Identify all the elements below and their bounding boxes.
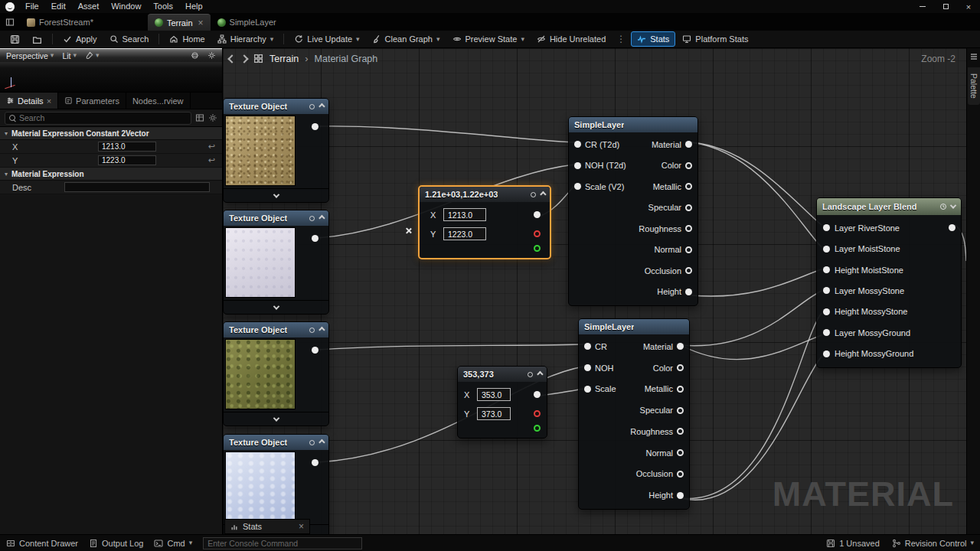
- preview-mesh-button[interactable]: [188, 50, 202, 62]
- tab-close-icon[interactable]: ×: [47, 96, 51, 106]
- settings-gear-icon[interactable]: [208, 113, 217, 122]
- search-field[interactable]: [5, 112, 191, 125]
- texture-object-node-1[interactable]: Texture Object: [223, 98, 329, 203]
- hide-unrelated-button[interactable]: Hide Unrelated: [531, 31, 611, 47]
- close-button[interactable]: ×: [957, 0, 980, 13]
- preview-toggle-icon[interactable]: [528, 372, 533, 377]
- expand-button[interactable]: [224, 412, 328, 425]
- section-material-expression[interactable]: ▾ Material Expression: [0, 168, 222, 181]
- show-flags-dropdown[interactable]: ▾: [82, 50, 103, 62]
- wire[interactable]: [691, 269, 822, 296]
- output-log-button[interactable]: Output Log: [89, 539, 143, 548]
- output-pin[interactable]: [685, 225, 692, 232]
- content-drawer-button[interactable]: Content Drawer: [6, 539, 78, 548]
- input-pin[interactable]: [823, 224, 830, 231]
- collapse-icon[interactable]: [318, 103, 325, 109]
- preview-toggle-icon[interactable]: [309, 328, 315, 333]
- tab-close-icon[interactable]: ×: [299, 521, 304, 532]
- sidebar-toggle-icon[interactable]: [0, 14, 20, 31]
- expand-button[interactable]: [224, 188, 328, 202]
- overflow-dots-icon[interactable]: ⋮: [612, 34, 629, 44]
- menu-help[interactable]: Help: [179, 0, 209, 13]
- tab-foreststream[interactable]: ForestStream*: [20, 14, 100, 31]
- search-input[interactable]: [19, 113, 187, 122]
- input-pin[interactable]: [584, 386, 591, 393]
- preview-viewport[interactable]: Perspective ▾ Lit ▾ ▾: [0, 48, 222, 93]
- wire[interactable]: [681, 291, 822, 346]
- wire[interactable]: [318, 126, 574, 142]
- nav-back-icon[interactable]: [227, 54, 236, 63]
- input-pin[interactable]: [823, 246, 830, 253]
- output-pin[interactable]: [677, 386, 684, 393]
- tab-close-icon[interactable]: ×: [198, 18, 204, 28]
- output-pin[interactable]: [312, 123, 318, 130]
- menu-window[interactable]: Window: [105, 0, 147, 13]
- live-update-button[interactable]: Live Update ▾: [289, 31, 364, 47]
- texture-object-node-3[interactable]: Texture Object: [223, 321, 329, 426]
- section-constant2vector[interactable]: ▾ Material Expression Constant 2Vector: [0, 127, 222, 140]
- wire[interactable]: [691, 142, 822, 247]
- wire[interactable]: [681, 335, 822, 360]
- output-pin[interactable]: [677, 449, 684, 456]
- input-pin[interactable]: [584, 343, 591, 350]
- preview-toggle-icon[interactable]: [309, 440, 315, 445]
- dock-menu-icon[interactable]: [969, 52, 978, 61]
- input-pin[interactable]: [574, 141, 581, 148]
- collapse-icon[interactable]: [537, 371, 543, 377]
- texture-object-node-2[interactable]: Texture Object: [223, 210, 329, 315]
- output-pin[interactable]: [685, 162, 692, 169]
- output-pin[interactable]: [685, 141, 692, 148]
- hierarchy-button[interactable]: Hierarchy ▾: [212, 31, 279, 47]
- menu-file[interactable]: File: [19, 0, 45, 13]
- x-value-spinbox[interactable]: 1213.0: [443, 208, 486, 221]
- perspective-dropdown[interactable]: Perspective ▾: [3, 50, 57, 62]
- x-value-spinbox[interactable]: 353.0: [477, 388, 511, 401]
- output-pin[interactable]: [677, 492, 684, 499]
- preview-toggle-icon[interactable]: [531, 192, 536, 197]
- preview-toggle-icon[interactable]: [309, 104, 315, 109]
- platform-stats-button[interactable]: Platform Stats: [677, 31, 753, 47]
- revision-control-button[interactable]: Revision Control ▾: [892, 539, 974, 548]
- tab-parameters[interactable]: Parameters: [58, 93, 126, 109]
- output-pin[interactable]: [677, 428, 684, 435]
- output-pin-g[interactable]: [534, 425, 541, 432]
- output-pin[interactable]: [685, 183, 692, 190]
- texture-thumbnail[interactable]: [225, 227, 296, 298]
- maximize-button[interactable]: [934, 0, 957, 13]
- preview-toggle-icon[interactable]: [309, 216, 315, 221]
- input-pin[interactable]: [584, 364, 591, 371]
- menu-tools[interactable]: Tools: [147, 0, 179, 13]
- home-button[interactable]: Home: [164, 31, 210, 47]
- minimize-button[interactable]: [911, 0, 934, 13]
- input-pin[interactable]: [823, 308, 830, 315]
- material-graph-canvas[interactable]: MATERIAL: [223, 48, 966, 534]
- output-pin-r[interactable]: [534, 410, 541, 417]
- input-pin[interactable]: [574, 162, 581, 169]
- y-value-spinbox[interactable]: 373.0: [477, 407, 511, 420]
- output-pin[interactable]: [685, 204, 692, 211]
- output-pin-g[interactable]: [534, 245, 541, 252]
- menu-asset[interactable]: Asset: [72, 0, 106, 13]
- stats-dock-tab[interactable]: Stats ×: [224, 519, 310, 534]
- apply-button[interactable]: Apply: [57, 31, 103, 47]
- search-button[interactable]: Search: [104, 31, 155, 47]
- texture-thumbnail[interactable]: [225, 452, 296, 522]
- constant2vector-node-selected[interactable]: 1.21e+03,1.22e+03 X 1213.0 Y 1223.0: [418, 185, 551, 259]
- y-value-field[interactable]: 1223.0: [98, 155, 156, 165]
- breadcrumb-root[interactable]: Terrain: [270, 54, 299, 64]
- output-pin[interactable]: [312, 235, 318, 242]
- simplelayer-node-1[interactable]: SimpleLayer CR (T2d) Material NOH (T2d) …: [568, 116, 698, 306]
- x-value-field[interactable]: 1213.0: [98, 142, 156, 152]
- palette-tab[interactable]: Palette: [968, 67, 980, 105]
- y-value-spinbox[interactable]: 1223.0: [443, 227, 486, 240]
- output-pin[interactable]: [677, 471, 684, 478]
- output-pin[interactable]: [677, 343, 684, 350]
- input-pin[interactable]: [823, 329, 830, 336]
- nav-forward-icon[interactable]: [240, 54, 248, 63]
- output-pin[interactable]: [312, 459, 318, 466]
- landscape-layer-blend-node[interactable]: Landscape Layer Blend Layer RiverStone: [816, 197, 962, 368]
- texture-thumbnail[interactable]: [225, 339, 296, 409]
- wire[interactable]: [681, 313, 822, 498]
- reset-to-default-icon[interactable]: ↩: [208, 142, 215, 152]
- stats-button[interactable]: Stats: [631, 31, 675, 47]
